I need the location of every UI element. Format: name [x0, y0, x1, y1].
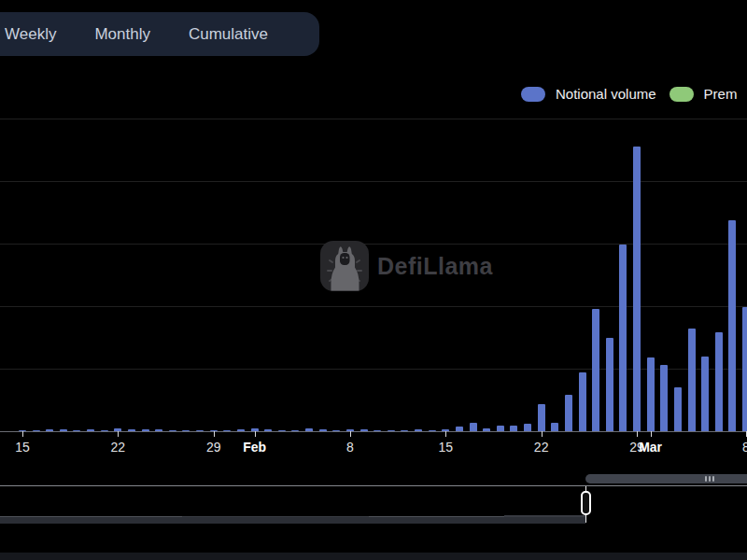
bar-notional[interactable]: [660, 365, 668, 431]
x-axis-tick: [214, 431, 215, 437]
bar-notional[interactable]: [551, 423, 558, 431]
bar-notional[interactable]: [688, 329, 696, 431]
defillama-logo-icon: [320, 241, 369, 291]
bar-notional[interactable]: [579, 372, 586, 431]
defillama-watermark: DefiLlama: [320, 241, 493, 291]
x-axis-label: 22: [534, 440, 549, 455]
x-axis-tick: [118, 431, 119, 437]
chart-plot-area[interactable]: 152229Feb8152229Mar8 DefiLlama: [0, 0, 747, 467]
bar-notional[interactable]: [619, 245, 627, 431]
bar-notional[interactable]: [633, 147, 641, 431]
bar-notional[interactable]: [701, 357, 709, 431]
bar-notional[interactable]: [538, 404, 545, 431]
datazoom-left-handle[interactable]: [581, 491, 591, 515]
bar-notional[interactable]: [674, 387, 682, 431]
bar-notional[interactable]: [470, 423, 477, 431]
x-axis-tick: [22, 431, 23, 437]
x-axis-tick: [350, 431, 351, 437]
x-axis-label: 22: [111, 440, 126, 455]
x-axis-tick: [255, 431, 256, 437]
x-axis-tick: [651, 431, 652, 437]
x-axis-label: Mar: [639, 440, 662, 455]
x-axis-label: 15: [15, 440, 30, 455]
gridline: [0, 119, 747, 119]
x-axis-line: [0, 431, 747, 432]
bar-notional[interactable]: [606, 338, 613, 431]
bar-notional[interactable]: [728, 220, 736, 431]
bar-notional[interactable]: [742, 307, 747, 431]
datazoom-track-line: [0, 485, 747, 486]
move-handle-grip-icon: [712, 476, 714, 482]
bar-notional[interactable]: [715, 332, 723, 431]
watermark-text: DefiLlama: [377, 253, 493, 280]
x-axis-tick: [542, 431, 543, 437]
x-axis-tick: [445, 431, 446, 437]
x-axis-label: 8: [346, 440, 354, 455]
move-handle-grip-icon: [705, 476, 707, 482]
bar-notional[interactable]: [565, 395, 572, 431]
bottom-bar: [0, 553, 747, 560]
x-axis-tick: [637, 431, 638, 437]
bar-notional[interactable]: [647, 357, 655, 431]
bar-notional[interactable]: [524, 424, 531, 431]
x-axis-label: Feb: [243, 440, 266, 455]
move-handle-grip-icon: [709, 476, 711, 482]
x-axis-label: 15: [439, 440, 454, 455]
bar-notional[interactable]: [592, 309, 599, 431]
x-axis-label: 8: [742, 440, 747, 455]
x-axis-label: 29: [206, 440, 221, 455]
datazoom-move-handle[interactable]: [585, 474, 747, 483]
datazoom-data-shadow[interactable]: [0, 516, 585, 524]
